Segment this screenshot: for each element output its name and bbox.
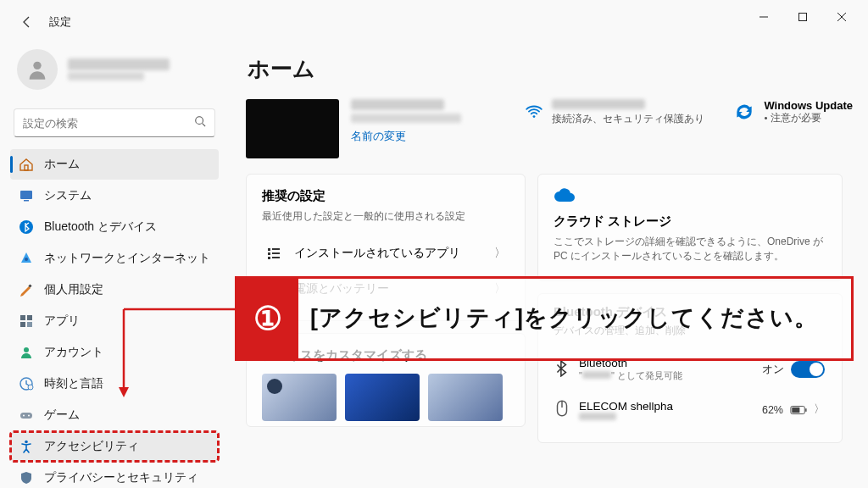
user-info — [68, 58, 170, 80]
top-info-row: 名前の変更 接続済み、セキュリティ保護あり Windows Update — [246, 99, 853, 158]
card-title: クラウド ストレージ — [554, 214, 826, 230]
annotation-arrow — [111, 309, 136, 406]
svg-point-17 — [24, 347, 29, 352]
svg-point-23 — [25, 441, 28, 444]
setting-row-installed-apps[interactable]: インストールされているアプリ 〉 — [262, 236, 509, 271]
card-subtitle: 最近使用した設定と一般的に使用される設定 — [262, 209, 509, 224]
svg-rect-31 — [272, 257, 280, 258]
bt-discoverable: "" として発見可能 — [579, 369, 682, 382]
sidebar-item-label: Bluetooth とデバイス — [44, 219, 157, 235]
svg-rect-7 — [25, 165, 28, 170]
svg-rect-16 — [27, 322, 32, 327]
app-title: 設定 — [49, 14, 71, 30]
settings-window: 設定 ホーム システム — [0, 0, 868, 488]
svg-rect-30 — [268, 257, 270, 259]
svg-rect-9 — [24, 200, 29, 202]
sidebar-item-label: 時刻と言語 — [44, 376, 103, 391]
accounts-icon — [19, 345, 34, 360]
windows-update-title: Windows Update — [764, 99, 853, 112]
user-name-redacted — [68, 58, 170, 70]
wifi-status: 接続済み、セキュリティ保護あり — [552, 113, 704, 125]
titlebar — [0, 0, 868, 34]
rename-link[interactable]: 名前の変更 — [351, 130, 461, 144]
windows-update-block[interactable]: Windows Update • 注意が必要 — [733, 99, 853, 125]
theme-thumb[interactable] — [345, 374, 420, 421]
theme-thumb[interactable] — [428, 374, 503, 421]
pc-name-redacted — [351, 99, 444, 110]
cloud-storage-card: クラウド ストレージ ここでストレージの詳細を確認できるように、OneDrive… — [537, 174, 843, 281]
search-icon — [194, 115, 206, 130]
svg-point-25 — [533, 115, 536, 118]
search-input[interactable] — [23, 117, 194, 130]
avatar-icon — [17, 49, 58, 90]
svg-rect-37 — [792, 407, 799, 412]
sidebar-item-system[interactable]: システム — [10, 180, 219, 211]
bluetooth-icon — [19, 219, 34, 235]
sidebar-item-label: アカウント — [44, 345, 103, 360]
card-subtitle: ここでストレージの詳細を確認できるように、OneDrive が PC にインスト… — [554, 235, 826, 263]
bt-device-row[interactable]: ELECOM shellpha 62% 〉 — [554, 391, 826, 429]
svg-point-19 — [28, 385, 33, 390]
sidebar-item-bluetooth[interactable]: Bluetooth とデバイス — [10, 212, 219, 242]
setting-row-label: インストールされているアプリ — [294, 246, 460, 261]
battery-icon — [790, 405, 807, 415]
svg-rect-29 — [272, 252, 280, 254]
mouse-icon — [555, 399, 569, 420]
sidebar-item-label: アクセシビリティ — [44, 439, 139, 454]
wifi-ssid-redacted — [552, 99, 645, 109]
svg-point-10 — [19, 220, 33, 234]
svg-point-5 — [196, 117, 203, 125]
pc-block[interactable]: 名前の変更 — [246, 99, 461, 158]
sidebar-item-label: ホーム — [44, 157, 80, 172]
apps-icon — [19, 313, 34, 329]
bluetooth-toggle[interactable] — [791, 361, 825, 378]
clock-icon — [19, 376, 34, 391]
sidebar: ホーム システム Bluetooth とデバイス ネットワークとインターネット … — [0, 39, 229, 488]
gaming-icon — [19, 408, 34, 423]
user-profile[interactable] — [10, 39, 219, 105]
svg-rect-1 — [799, 14, 807, 21]
pc-wallpaper-thumb — [246, 99, 339, 158]
sidebar-item-label: ネットワークとインターネット — [44, 251, 210, 266]
chevron-right-icon: 〉 — [494, 246, 506, 261]
svg-rect-14 — [27, 315, 32, 320]
accessibility-icon — [19, 439, 34, 454]
sidebar-item-label: プライバシーとセキュリティ — [44, 470, 198, 485]
svg-rect-20 — [20, 413, 32, 419]
battery-percent: 62% — [762, 404, 783, 416]
svg-point-22 — [28, 415, 30, 417]
sidebar-item-network[interactable]: ネットワークとインターネット — [10, 243, 219, 274]
sidebar-item-personalization[interactable]: 個人用設定 — [10, 274, 219, 305]
device-status-redacted — [579, 413, 616, 420]
sidebar-item-home[interactable]: ホーム — [10, 149, 219, 180]
personalization-icon — [19, 282, 34, 297]
svg-rect-38 — [805, 408, 806, 412]
back-button[interactable] — [10, 5, 44, 39]
sidebar-item-accessibility[interactable]: アクセシビリティ — [10, 431, 219, 462]
svg-marker-41 — [119, 387, 129, 397]
minimize-button[interactable] — [744, 3, 783, 30]
windows-update-status: • 注意が必要 — [764, 112, 853, 125]
svg-point-11 — [25, 258, 28, 261]
pc-model-redacted — [351, 114, 461, 123]
annotation-callout: ① [アクセシビリティ]をクリックしてください。 — [235, 276, 854, 361]
close-button[interactable] — [822, 3, 861, 30]
maximize-button[interactable] — [783, 3, 822, 30]
chevron-right-icon: 〉 — [814, 402, 825, 417]
svg-rect-13 — [20, 315, 25, 320]
theme-thumb[interactable] — [262, 374, 337, 421]
svg-rect-26 — [268, 248, 270, 251]
sidebar-item-label: アプリ — [44, 313, 80, 329]
wifi-icon — [525, 102, 543, 124]
svg-point-4 — [33, 62, 41, 69]
sidebar-item-label: システム — [44, 188, 92, 203]
search-box[interactable] — [14, 108, 215, 137]
bluetooth-icon — [555, 360, 569, 380]
svg-rect-15 — [20, 322, 25, 327]
network-icon — [19, 251, 34, 266]
toggle-label: オン — [762, 363, 784, 377]
system-icon — [19, 188, 34, 203]
sidebar-item-privacy[interactable]: プライバシーとセキュリティ — [10, 463, 219, 488]
svg-line-6 — [203, 124, 206, 127]
wifi-block[interactable]: 接続済み、セキュリティ保護あり — [525, 99, 704, 125]
